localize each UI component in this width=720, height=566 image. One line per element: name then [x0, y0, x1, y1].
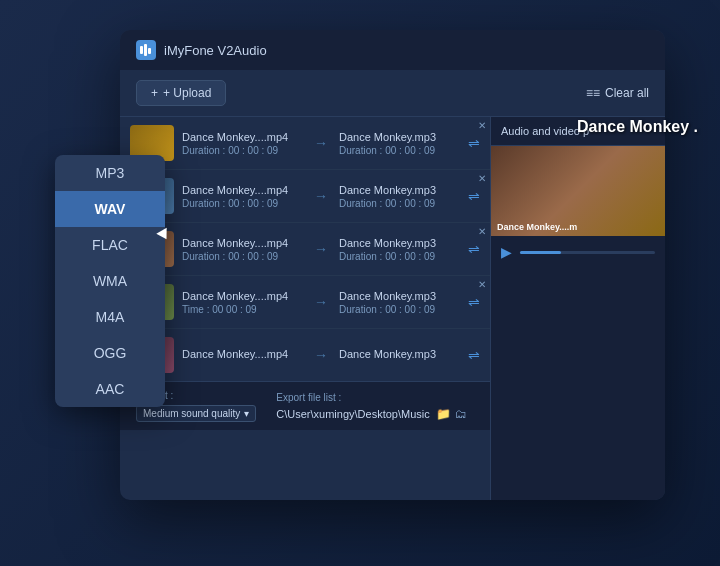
- close-item-button[interactable]: ✕: [478, 280, 486, 290]
- format-option[interactable]: AAC: [55, 371, 165, 407]
- file-input-info: Dance Monkey....mp4 Time : 00 00 : 09: [182, 290, 303, 315]
- file-item: Dance Monkey....mp4 Duration : 00 : 00 :…: [120, 170, 490, 223]
- close-item-button[interactable]: ✕: [478, 227, 486, 237]
- file-item: Dance Monkey....mp4 → Dance Monkey.mp3 ⇌: [120, 329, 490, 381]
- close-item-button[interactable]: ✕: [478, 121, 486, 131]
- file-output-info: Dance Monkey.mp3 Duration : 00 : 00 : 09: [339, 184, 460, 209]
- clear-all-button[interactable]: ≡≡ Clear all: [586, 86, 649, 100]
- file-list-panel: Dance Monkey....mp4 Duration : 00 : 00 :…: [120, 117, 490, 500]
- convert-icon[interactable]: ⇌: [468, 241, 480, 257]
- convert-icon[interactable]: ⇌: [468, 294, 480, 310]
- file-input-info: Dance Monkey....mp4 Duration : 00 : 00 :…: [182, 131, 303, 156]
- file-input-name: Dance Monkey....mp4: [182, 290, 303, 302]
- format-dropdown: MP3WAVFLACWMAM4AOGGAAC: [55, 155, 165, 407]
- file-input-name: Dance Monkey....mp4: [182, 348, 303, 360]
- file-input-name: Dance Monkey....mp4: [182, 184, 303, 196]
- preview-thumbnail: Dance Monkey....m: [491, 146, 665, 236]
- progress-bar[interactable]: [520, 251, 655, 254]
- quality-selector[interactable]: Medium sound quality ▾: [136, 405, 256, 422]
- file-item: Dance Monkey....mp4 Time : 00 00 : 09 → …: [120, 276, 490, 329]
- file-output-duration: Duration : 00 : 00 : 09: [339, 251, 460, 262]
- file-input-info: Dance Monkey....mp4 Duration : 00 : 00 :…: [182, 184, 303, 209]
- export-label: Export file list :: [276, 392, 466, 403]
- file-input-duration: Duration : 00 : 00 : 09: [182, 251, 303, 262]
- content-area: Dance Monkey....mp4 Duration : 00 : 00 :…: [120, 117, 665, 500]
- app-window: iMyFone V2Audio + + Upload ≡≡ Clear all …: [120, 30, 665, 500]
- chevron-down-icon: ▾: [244, 408, 249, 419]
- file-output-name: Dance Monkey.mp3: [339, 290, 460, 302]
- list-icon: ≡≡: [586, 86, 600, 100]
- file-item: Dance Monkey....mp4 Duration : 00 : 00 :…: [120, 223, 490, 276]
- quality-value: Medium sound quality: [143, 408, 240, 419]
- folder-open-icon[interactable]: 📁: [436, 407, 451, 421]
- dance-monkey-overlay: Dance Monkey .: [577, 118, 698, 136]
- format-option[interactable]: MP3: [55, 155, 165, 191]
- convert-icon[interactable]: ⇌: [468, 135, 480, 151]
- export-path: C\User\xumingy\Desktop\Music: [276, 408, 429, 420]
- file-output-duration: Duration : 00 : 00 : 09: [339, 198, 460, 209]
- arrow-right-icon: →: [311, 188, 331, 204]
- file-output-name: Dance Monkey.mp3: [339, 348, 460, 360]
- app-title: iMyFone V2Audio: [164, 43, 267, 58]
- arrow-right-icon: →: [311, 347, 331, 363]
- folder-icons: 📁 🗂: [436, 407, 467, 421]
- svg-rect-2: [148, 48, 151, 54]
- file-output-duration: Duration : 00 : 00 : 09: [339, 304, 460, 315]
- arrow-right-icon: →: [311, 294, 331, 310]
- play-button[interactable]: ▶: [501, 244, 512, 260]
- export-section: Export file list : C\User\xumingy\Deskto…: [276, 392, 466, 421]
- preview-thumb-title: Dance Monkey....m: [497, 222, 577, 232]
- format-list: MP3WAVFLACWMAM4AOGGAAC: [55, 155, 165, 407]
- upload-button[interactable]: + + Upload: [136, 80, 226, 106]
- file-output-name: Dance Monkey.mp3: [339, 184, 460, 196]
- preview-panel: Audio and video p Dance Monkey....m ▶: [490, 117, 665, 500]
- file-output-info: Dance Monkey.mp3 Duration : 00 : 00 : 09: [339, 290, 460, 315]
- arrow-right-icon: →: [311, 135, 331, 151]
- file-output-duration: Duration : 00 : 00 : 09: [339, 145, 460, 156]
- close-item-button[interactable]: ✕: [478, 174, 486, 184]
- svg-rect-1: [144, 44, 147, 56]
- file-output-info: Dance Monkey.mp3 Duration : 00 : 00 : 09: [339, 237, 460, 262]
- folder-icon[interactable]: 🗂: [455, 407, 467, 421]
- file-output-name: Dance Monkey.mp3: [339, 131, 460, 143]
- file-output-info: Dance Monkey.mp3: [339, 348, 460, 362]
- file-input-duration: Duration : 00 : 00 : 09: [182, 145, 303, 156]
- arrow-right-icon: →: [311, 241, 331, 257]
- progress-fill: [520, 251, 561, 254]
- file-input-info: Dance Monkey....mp4 Duration : 00 : 00 :…: [182, 237, 303, 262]
- convert-icon[interactable]: ⇌: [468, 347, 480, 363]
- format-option[interactable]: OGG: [55, 335, 165, 371]
- format-option[interactable]: WMA: [55, 263, 165, 299]
- bottom-bar: Format : Medium sound quality ▾ Export f…: [120, 381, 490, 430]
- plus-icon: +: [151, 86, 158, 100]
- format-option[interactable]: FLAC: [55, 227, 165, 263]
- format-option[interactable]: WAV: [55, 191, 165, 227]
- file-input-duration: Duration : 00 : 00 : 09: [182, 198, 303, 209]
- app-logo: [136, 40, 156, 60]
- file-input-info: Dance Monkey....mp4: [182, 348, 303, 362]
- title-bar: iMyFone V2Audio: [120, 30, 665, 70]
- file-list: Dance Monkey....mp4 Duration : 00 : 00 :…: [120, 117, 490, 381]
- toolbar: + + Upload ≡≡ Clear all: [120, 70, 665, 117]
- preview-controls: ▶: [491, 236, 665, 268]
- file-item: Dance Monkey....mp4 Duration : 00 : 00 :…: [120, 117, 490, 170]
- svg-rect-0: [140, 46, 143, 54]
- file-input-name: Dance Monkey....mp4: [182, 237, 303, 249]
- file-input-duration: Time : 00 00 : 09: [182, 304, 303, 315]
- format-option[interactable]: M4A: [55, 299, 165, 335]
- file-output-name: Dance Monkey.mp3: [339, 237, 460, 249]
- file-input-name: Dance Monkey....mp4: [182, 131, 303, 143]
- export-path-row: C\User\xumingy\Desktop\Music 📁 🗂: [276, 407, 466, 421]
- convert-icon[interactable]: ⇌: [468, 188, 480, 204]
- file-output-info: Dance Monkey.mp3 Duration : 00 : 00 : 09: [339, 131, 460, 156]
